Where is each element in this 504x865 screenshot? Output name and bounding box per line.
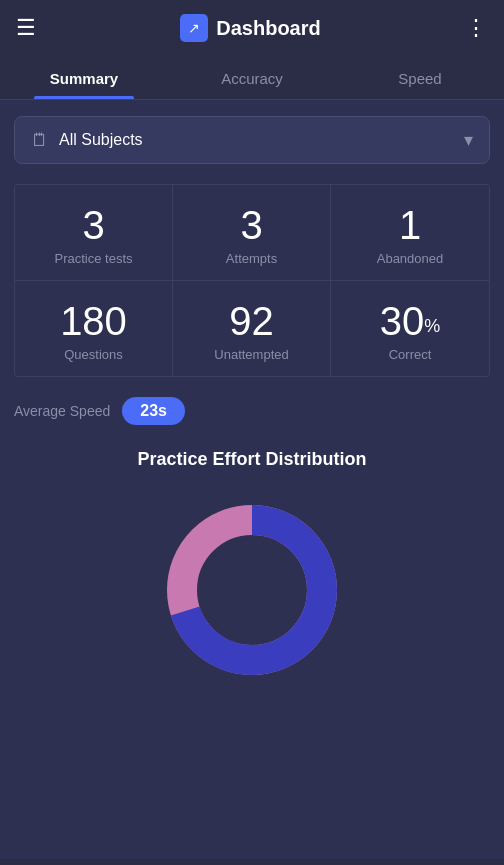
stat-correct-label: Correct — [389, 347, 432, 362]
stat-practice-tests-number: 3 — [82, 203, 104, 247]
stat-attempts-label: Attempts — [226, 251, 277, 266]
stat-practice-tests: 3 Practice tests — [15, 185, 173, 281]
content-area: 🗒 All Subjects ▾ 3 Practice tests 3 Atte… — [0, 100, 504, 859]
tab-bar: Summary Accuracy Speed — [0, 56, 504, 100]
stat-abandoned: 1 Abandoned — [331, 185, 489, 281]
tab-speed[interactable]: Speed — [336, 56, 504, 99]
header-title: Dashboard — [216, 17, 320, 40]
tab-accuracy[interactable]: Accuracy — [168, 56, 336, 99]
donut-chart — [14, 490, 490, 690]
stat-attempts: 3 Attempts — [173, 185, 331, 281]
stat-abandoned-label: Abandoned — [377, 251, 444, 266]
stat-correct-number: 30 — [380, 299, 425, 343]
menu-icon[interactable]: ☰ — [16, 15, 36, 41]
stat-questions: 180 Questions — [15, 281, 173, 376]
stat-questions-number: 180 — [60, 299, 127, 343]
subjects-dropdown-icon: 🗒 — [31, 130, 49, 151]
chevron-down-icon: ▾ — [464, 129, 473, 151]
stat-unattempted: 92 Unattempted — [173, 281, 331, 376]
chart-section: Practice Effort Distribution — [14, 449, 490, 690]
stat-abandoned-number: 1 — [399, 203, 421, 247]
stat-practice-tests-label: Practice tests — [54, 251, 132, 266]
stat-unattempted-number: 92 — [229, 299, 274, 343]
avg-speed-label: Average Speed — [14, 403, 110, 419]
header: ☰ Dashboard ⋮ — [0, 0, 504, 56]
stat-unattempted-label: Unattempted — [214, 347, 288, 362]
stat-correct: 30 % Correct — [331, 281, 489, 376]
tab-summary[interactable]: Summary — [0, 56, 168, 99]
chart-title: Practice Effort Distribution — [14, 449, 490, 470]
donut-svg — [152, 490, 352, 690]
stat-correct-pct-symbol: % — [424, 317, 440, 337]
donut-hole — [202, 540, 302, 640]
more-icon[interactable]: ⋮ — [465, 15, 488, 41]
avg-speed-row: Average Speed 23s — [14, 397, 490, 425]
dashboard-logo-icon — [180, 14, 208, 42]
stats-grid: 3 Practice tests 3 Attempts 1 Abandoned … — [14, 184, 490, 377]
avg-speed-badge: 23s — [122, 397, 185, 425]
subjects-dropdown[interactable]: 🗒 All Subjects ▾ — [14, 116, 490, 164]
stat-questions-label: Questions — [64, 347, 123, 362]
stat-correct-number-wrap: 30 % — [380, 299, 441, 343]
header-title-wrap: Dashboard — [180, 14, 320, 42]
stat-attempts-number: 3 — [240, 203, 262, 247]
subjects-dropdown-label: All Subjects — [59, 131, 143, 149]
